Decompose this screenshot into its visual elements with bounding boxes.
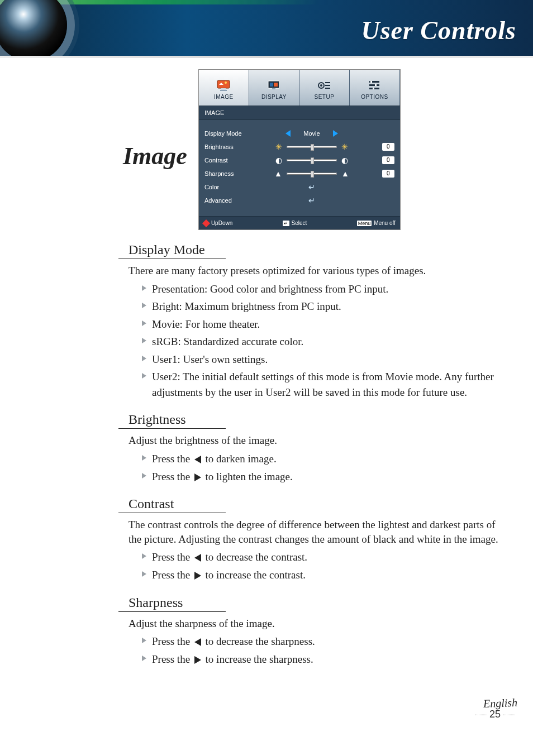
osd-tab-image[interactable]: IMAGE xyxy=(199,70,249,106)
svg-rect-1 xyxy=(221,88,226,90)
osd-row-label: Display Mode xyxy=(204,130,256,137)
enter-chip-icon: ↵ xyxy=(283,221,289,226)
osd-row-label: Brightness xyxy=(204,143,256,150)
svg-rect-0 xyxy=(217,80,230,88)
list-item: Movie: For home theater. xyxy=(142,317,499,332)
osd-row-label: Contrast xyxy=(204,157,256,164)
osd-panel: IMAGE DISPLAY SETUP xyxy=(198,69,401,230)
list-item: sRGB: Standardized accurate color. xyxy=(142,334,499,350)
sharpness-high-icon: ▲ xyxy=(341,169,349,178)
sharpness-value: 0 xyxy=(382,170,394,178)
brightness-value: 0 xyxy=(382,143,394,151)
section-intro: There are many factory presets optimized… xyxy=(129,264,499,278)
list-item: Press the to increase the sharpness. xyxy=(142,652,499,667)
osd-row-display-mode[interactable]: Display Mode Movie xyxy=(204,127,394,140)
osd-row-contrast[interactable]: Contrast ◐ ◐ 0 xyxy=(204,154,394,167)
lens-graphic xyxy=(0,0,67,56)
section-heading: Brightness xyxy=(118,412,226,429)
svg-rect-7 xyxy=(272,88,275,89)
contrast-high-icon: ◐ xyxy=(341,156,348,165)
osd-tab-label: DISPLAY xyxy=(261,94,287,100)
left-arrow-icon xyxy=(194,456,201,463)
section-heading: Contrast xyxy=(118,496,226,513)
svg-rect-2 xyxy=(220,90,227,91)
osd-tab-label: OPTIONS xyxy=(361,94,388,100)
section-sharpness: Sharpness Adjust the sharpness of the im… xyxy=(129,595,499,667)
osd-row-label: Color xyxy=(204,184,256,190)
image-tab-icon xyxy=(216,79,231,92)
display-tab-icon xyxy=(266,79,282,92)
arrow-right-icon[interactable] xyxy=(333,130,338,137)
left-arrow-icon xyxy=(194,554,201,562)
contrast-slider[interactable] xyxy=(287,159,337,161)
osd-tab-display[interactable]: DISPLAY xyxy=(249,70,299,106)
osd-row-label: Advanced xyxy=(204,197,256,204)
brightness-low-icon: ✳ xyxy=(275,142,282,151)
section-display-mode: Display Mode There are many factory pres… xyxy=(129,242,499,400)
sharpness-slider[interactable] xyxy=(287,173,337,175)
section-intro: Adjust the sharpness of the image. xyxy=(129,616,499,631)
list-item: Press the to decrease the contrast. xyxy=(142,549,499,565)
arrow-left-icon[interactable] xyxy=(285,130,291,137)
osd-subheading: IMAGE xyxy=(199,106,400,120)
setup-tab-icon xyxy=(316,79,332,92)
page-number: 25 xyxy=(0,709,517,720)
svg-point-3 xyxy=(225,82,227,84)
brightness-high-icon: ✳ xyxy=(341,142,348,151)
section-name: Image xyxy=(123,142,187,170)
osd-tab-label: SETUP xyxy=(314,94,334,100)
enter-icon: ↵ xyxy=(308,183,315,192)
footer-updown: UpDown xyxy=(211,220,232,226)
osd-row-advanced[interactable]: Advanced ↵ xyxy=(204,194,394,207)
page-title: User Controls xyxy=(361,16,516,45)
right-arrow-icon xyxy=(194,656,201,664)
svg-rect-10 xyxy=(325,82,330,83)
footer-select: Select xyxy=(292,220,307,226)
display-mode-list: Presentation: Good color and brightness … xyxy=(129,281,499,400)
brightness-slider[interactable] xyxy=(287,146,337,148)
section-contrast: Contrast The contrast controls the degre… xyxy=(129,496,499,582)
osd-tab-label: IMAGE xyxy=(214,94,234,100)
right-arrow-icon xyxy=(194,473,201,481)
section-brightness: Brightness Adjust the brightness of the … xyxy=(129,412,499,484)
svg-rect-12 xyxy=(325,88,330,89)
list-item: Presentation: Good color and brightness … xyxy=(142,281,499,297)
left-arrow-icon xyxy=(194,638,201,646)
updown-icon xyxy=(202,219,210,227)
footer-menuoff: Menu off xyxy=(374,220,396,226)
list-item: Bright: Maximum brightness from PC input… xyxy=(142,299,499,314)
list-item: User2: The initial default settings of t… xyxy=(142,369,499,400)
osd-row-brightness[interactable]: Brightness ✳ ✳ 0 xyxy=(204,140,394,154)
contrast-low-icon: ◐ xyxy=(275,156,282,165)
section-heading: Sharpness xyxy=(118,595,226,612)
header-separator xyxy=(0,56,533,58)
list-item: Press the to increase the contrast. xyxy=(142,567,499,583)
right-arrow-icon xyxy=(194,572,201,580)
contrast-value: 0 xyxy=(382,156,394,164)
enter-icon: ↵ xyxy=(308,196,315,205)
svg-rect-5 xyxy=(270,83,273,87)
svg-rect-18 xyxy=(373,88,374,89)
sharpness-low-icon: ▲ xyxy=(274,169,282,178)
osd-tab-options[interactable]: OPTIONS xyxy=(350,70,400,106)
list-item: Press the to decrease the sharpness. xyxy=(142,634,499,649)
list-item: Press the to darken image. xyxy=(142,451,499,467)
options-tab-icon xyxy=(367,79,382,92)
menu-chip-icon: Menu xyxy=(357,221,372,226)
osd-tab-strip: IMAGE DISPLAY SETUP xyxy=(199,70,400,106)
footer-language: English xyxy=(483,696,517,710)
svg-rect-6 xyxy=(274,83,278,87)
svg-rect-16 xyxy=(370,81,372,83)
osd-row-label: Sharpness xyxy=(204,170,256,177)
osd-body: Display Mode Movie Brightness ✳ ✳ xyxy=(199,120,400,216)
list-item: Press the to lighten the image. xyxy=(142,469,499,485)
osd-row-color[interactable]: Color ↵ xyxy=(204,180,394,194)
header-banner: User Controls xyxy=(0,0,533,56)
svg-rect-14 xyxy=(369,84,379,86)
osd-tab-setup[interactable]: SETUP xyxy=(299,70,350,106)
osd-row-sharpness[interactable]: Sharpness ▲ ▲ 0 xyxy=(204,167,394,180)
svg-rect-11 xyxy=(325,85,330,86)
page-footer: English 25 xyxy=(0,691,533,731)
section-intro: The contrast controls the degree of diff… xyxy=(129,518,499,546)
svg-rect-17 xyxy=(375,84,377,86)
